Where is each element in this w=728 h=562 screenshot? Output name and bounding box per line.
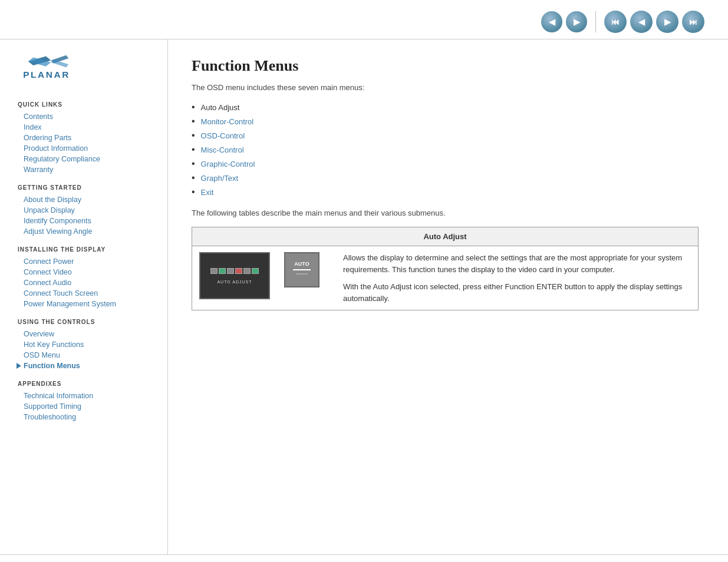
sidebar-link-osd-menu[interactable]: OSD Menu <box>18 350 156 361</box>
active-arrow-icon <box>17 363 21 369</box>
osd-screen-image: AUTO ADJUST <box>199 252 270 299</box>
sidebar-link-connect-video[interactable]: Connect Video <box>18 267 156 277</box>
sidebar-link-product-info[interactable]: Product Information <box>18 143 156 154</box>
sidebar-link-identify[interactable]: Identify Components <box>18 216 156 226</box>
section-label-using-controls: USING THE CONTROLS <box>18 319 156 325</box>
page-footer: 15" VitalScreen S ◀ 14 ▶ <box>0 554 728 562</box>
auto-icon-cell: AUTO <box>277 246 336 310</box>
nav-divider <box>595 11 596 32</box>
auto-icon-line2 <box>296 273 308 275</box>
section-label-appendixes: APPENDIXES <box>18 381 156 387</box>
sidebar-link-power-mgmt[interactable]: Power Management System <box>18 299 156 309</box>
section-label-quick-links: QUICK LINKS <box>18 101 156 108</box>
menu-items-list: Auto Adjust Monitor-Control OSD-Control … <box>192 100 699 199</box>
menu-item-monitor-control[interactable]: Monitor-Control <box>201 117 254 126</box>
list-item-osd-control: OSD-Control <box>192 128 699 143</box>
sidebar-link-function-menus[interactable]: Function Menus <box>18 361 156 371</box>
list-item-monitor-control: Monitor-Control <box>192 114 699 128</box>
osd-image-cell: AUTO ADJUST <box>192 246 278 310</box>
nav-next2-button[interactable]: ▶ <box>656 11 678 33</box>
sidebar: PLANAR QUICK LINKS Contents Index Orderi… <box>0 39 168 554</box>
sidebar-link-connect-power[interactable]: Connect Power <box>18 256 156 267</box>
sidebar-link-about-display[interactable]: About the Display <box>18 194 156 205</box>
menu-item-graph-text[interactable]: Graph/Text <box>201 174 239 183</box>
section-label-getting-started: GETTING STARTED <box>18 184 156 191</box>
sidebar-section-quick-links: QUICK LINKS Contents Index Ordering Part… <box>18 101 156 175</box>
osd-top-icons <box>210 268 259 274</box>
nav-first-button[interactable]: ⏮ <box>604 11 627 33</box>
menu-item-osd-control[interactable]: OSD-Control <box>201 131 245 140</box>
menu-item-exit[interactable]: Exit <box>201 188 214 197</box>
sidebar-section-appendixes: APPENDIXES Technical Information Support… <box>18 381 156 422</box>
sidebar-link-troubleshooting[interactable]: Troubleshooting <box>18 412 156 422</box>
table-header: Auto Adjust <box>192 227 699 246</box>
auto-adjust-table: Auto Adjust <box>192 227 699 310</box>
osd-label: AUTO ADJUST <box>217 280 252 284</box>
svg-text:PLANAR: PLANAR <box>23 70 70 80</box>
sidebar-link-supported-timing[interactable]: Supported Timing <box>18 401 156 412</box>
top-bar: ◀ ▶ ⏮ ◀ ▶ ⏭ <box>0 0 728 39</box>
sidebar-link-viewing-angle[interactable]: Adjust Viewing Angle <box>18 226 156 237</box>
sidebar-link-connect-audio[interactable]: Connect Audio <box>18 277 156 288</box>
list-item-graph-text: Graph/Text <box>192 171 699 185</box>
menu-item-misc-control[interactable]: Misc-Control <box>201 146 244 154</box>
section-label-installing: INSTALLING THE DISPLAY <box>18 246 156 253</box>
nav-last-button[interactable]: ⏭ <box>682 11 704 33</box>
sidebar-section-installing: INSTALLING THE DISPLAY Connect Power Con… <box>18 246 156 309</box>
sidebar-link-contents[interactable]: Contents <box>18 111 156 122</box>
nav-prev-button[interactable]: ◀ <box>541 11 562 32</box>
list-item-exit: Exit <box>192 185 699 199</box>
menu-item-auto-adjust: Auto Adjust <box>201 103 240 112</box>
sidebar-link-connect-touch[interactable]: Connect Touch Screen <box>18 288 156 299</box>
page-title: Function Menus <box>192 57 699 75</box>
main-content: Function Menus The OSD menu includes the… <box>168 39 728 554</box>
menu-item-graphic-control[interactable]: Graphic-Control <box>201 160 255 168</box>
desc-para-2: With the Auto Adjust icon selected, pres… <box>343 281 691 304</box>
table-row: AUTO ADJUST AUTO Allows the displ <box>192 246 699 310</box>
desc-para-1: Allows the display to determine and sele… <box>343 252 691 275</box>
sidebar-link-ordering-parts[interactable]: Ordering Parts <box>18 133 156 143</box>
layout: PLANAR QUICK LINKS Contents Index Orderi… <box>0 39 728 554</box>
osd-icon-5 <box>243 268 251 274</box>
following-text: The following tables describe the main m… <box>192 209 699 217</box>
intro-text: The OSD menu includes these seven main m… <box>192 83 699 92</box>
auto-icon-line1 <box>293 269 311 270</box>
auto-adjust-description: Allows the display to determine and sele… <box>336 246 699 310</box>
list-item-misc-control: Misc-Control <box>192 143 699 157</box>
osd-icon-3 <box>227 268 234 274</box>
planar-logo: PLANAR <box>18 51 94 87</box>
sidebar-link-regulatory[interactable]: Regulatory Compliance <box>18 154 156 164</box>
osd-icon-4 <box>235 268 242 274</box>
auto-icon-image: AUTO <box>284 252 319 287</box>
sidebar-section-using-controls: USING THE CONTROLS Overview Hot Key Func… <box>18 319 156 371</box>
sidebar-link-overview[interactable]: Overview <box>18 329 156 339</box>
osd-icon-1 <box>210 268 218 274</box>
nav-buttons: ◀ ▶ ⏮ ◀ ▶ ⏭ <box>541 11 704 33</box>
logo-area: PLANAR <box>18 51 156 88</box>
list-item-graphic-control: Graphic-Control <box>192 157 699 171</box>
sidebar-link-warranty[interactable]: Warranty <box>18 164 156 175</box>
list-item-auto-adjust: Auto Adjust <box>192 100 699 114</box>
sidebar-link-unpack[interactable]: Unpack Display <box>18 205 156 216</box>
sidebar-section-getting-started: GETTING STARTED About the Display Unpack… <box>18 184 156 237</box>
osd-icon-2 <box>219 268 226 274</box>
auto-icon-line3 <box>295 277 309 278</box>
sidebar-link-technical-info[interactable]: Technical Information <box>18 391 156 401</box>
osd-icon-6 <box>252 268 259 274</box>
nav-next-button[interactable]: ▶ <box>566 11 587 32</box>
sidebar-link-hot-key[interactable]: Hot Key Functions <box>18 339 156 350</box>
nav-prev2-button[interactable]: ◀ <box>630 11 653 33</box>
sidebar-link-index[interactable]: Index <box>18 122 156 133</box>
